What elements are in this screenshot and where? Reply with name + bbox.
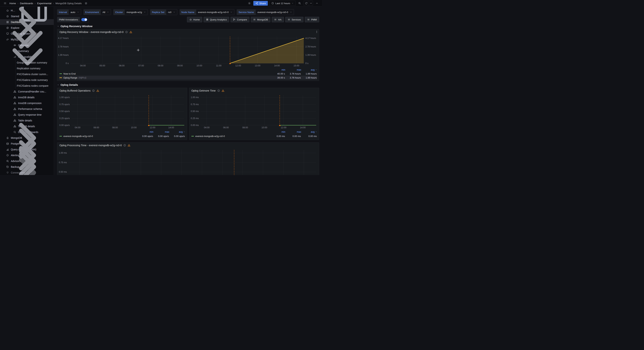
series-name[interactable]: Oplog Range — [64, 76, 77, 79]
quick-link-query-analytics[interactable]: Query Analytics — [204, 17, 229, 22]
legend-sort-min[interactable]: min — [270, 68, 285, 71]
svg-text:05:00: 05:00 — [100, 64, 105, 67]
info-icon[interactable] — [125, 31, 128, 34]
favorite-star-button[interactable] — [84, 1, 88, 6]
svg-text:14:00: 14:00 — [300, 126, 306, 129]
legend-sort-avg[interactable]: avg — [169, 130, 185, 133]
legend-sort-avg[interactable]: avg — [301, 130, 317, 133]
legend-value: 39.00 s — [269, 76, 285, 79]
svg-text:13:00: 13:00 — [255, 64, 260, 67]
quick-link-mongodb[interactable]: MongoDB — [251, 17, 270, 22]
panel-header[interactable]: Oplog Processing Time - everest-mongodb-… — [57, 143, 319, 148]
section-oplog-details[interactable]: Oplog Details — [57, 83, 319, 86]
panel-title[interactable]: Oplog Getmore Time — [191, 89, 216, 92]
sidebar-item-group-replication-summary[interactable]: Group replication summary — [0, 60, 54, 66]
collapse-topbar-button[interactable] — [314, 1, 320, 6]
sidebar-item-pxc-galera-nodes-compare[interactable]: PXC/Galera nodes compare — [0, 83, 54, 89]
warning-icon[interactable] — [128, 144, 130, 147]
legend-value: 3.76 hours — [285, 76, 301, 79]
filter-value-dropdown[interactable]: All — [101, 9, 111, 15]
sidebar-item-performance-schema[interactable]: Performance schema — [0, 106, 54, 112]
refresh-interval-button[interactable] — [309, 1, 313, 6]
toggle-switch[interactable] — [81, 18, 87, 21]
sidebar-item-label: PXC/Galera node summary — [17, 79, 48, 81]
quick-link-home[interactable]: Home — [187, 17, 202, 22]
quick-link-pmm[interactable]: PMM — [305, 17, 319, 22]
legend-sort-max[interactable]: max — [285, 68, 301, 71]
series-name[interactable]: everest-mongodb-w2g-rs0-0 — [64, 135, 93, 137]
filter-value-dropdown[interactable]: auto — [69, 9, 81, 15]
sidebar-item-replication-summary[interactable]: Replication summary — [0, 66, 54, 71]
filter-value-dropdown[interactable]: everest-mongodb-w2g-rs0-0 — [256, 9, 294, 15]
svg-text:09:00: 09:00 — [177, 64, 183, 67]
breadcrumb-item-dashboards[interactable]: Dashboards — [20, 2, 33, 5]
panel-header[interactable]: Oplog Getmore Time — [189, 88, 319, 93]
filter-value-dropdown[interactable]: everest-mongodb-w2g-rs0-0 — [196, 9, 234, 15]
warning-icon[interactable] — [96, 89, 99, 92]
sidebar-item-high-availability[interactable]: High availability — [0, 54, 54, 60]
warning-icon[interactable] — [130, 31, 132, 34]
breadcrumb-item-mongodb-oplog-details: MongoDB Oplog Details — [56, 2, 82, 5]
section-title: Oplog Details — [60, 83, 78, 86]
sidebar-item-label: InnoDB compression — [18, 102, 42, 105]
quick-link-compare[interactable]: Compare — [230, 17, 249, 22]
sidebar-item-pxc-galera-cluster-summ[interactable]: PXC/Galera cluster summ... — [0, 71, 54, 77]
zoom-out-button[interactable] — [297, 1, 302, 6]
time-range-picker[interactable]: Last 12 hours — [269, 1, 296, 6]
svg-text:12:00: 12:00 — [281, 126, 286, 129]
legend-row-everest-mongodb-w2g-rs0-0[interactable]: everest-mongodb-w2g-rs0-00.00 ms0.00 ms0… — [191, 134, 317, 138]
oplog-processing-chart[interactable]: 04:0005:0006:0007:0008:0009:0010:0011:00… — [57, 148, 319, 175]
legend-sort-max[interactable]: max — [285, 130, 301, 133]
sidebar-item-innodb-compression[interactable]: InnoDB compression — [0, 100, 54, 106]
panel-title[interactable]: Oplog Recovery Window - everest-mongodb-… — [60, 31, 124, 34]
sidebar-item-command-handler-cou[interactable]: Command/Handler cou... — [0, 89, 54, 94]
info-icon[interactable] — [92, 89, 95, 92]
legend-value: 0.00 ops/s — [137, 135, 153, 137]
legend-row-everest-mongodb-w2g-rs0-0[interactable]: everest-mongodb-w2g-rs0-00.00 ops/s0.00 … — [59, 134, 185, 138]
legend-row-now-to-end[interactable]: Now to End40.00 s3.76 hours1.89 hours — [59, 72, 317, 76]
legend-value: 0.00 ops/s — [169, 135, 185, 137]
series-name[interactable]: everest-mongodb-w2g-rs0-0 — [195, 135, 225, 137]
panel-header[interactable]: Oplog Recovery Window - everest-mongodb-… — [57, 29, 319, 35]
legend-sort-min[interactable]: min — [138, 130, 154, 133]
share-button[interactable]: Share — [253, 1, 268, 6]
legend-sort-min[interactable]: min — [270, 130, 285, 133]
menu-toggle-button[interactable] — [2, 1, 8, 6]
sidebar-item-pxc-galera-node-summary[interactable]: PXC/Galera node summary — [0, 77, 54, 83]
legend-row-oplog-range[interactable]: Oplog Range(right-y)39.00 s3.76 hours1.8… — [59, 76, 317, 80]
quick-link-services[interactable]: Services — [285, 17, 304, 22]
chart-svg: 04:0006:0008:0010:0012:0014:000.00 ms0.2… — [189, 93, 319, 130]
oplog-getmore-chart[interactable]: 04:0006:0008:0010:0012:0014:000.00 ms0.2… — [189, 93, 319, 130]
oplog-buffered-chart[interactable]: 04:0006:0008:0010:0012:0014:000.00 ops/s… — [57, 93, 187, 130]
dashboard-settings-button[interactable] — [247, 1, 252, 6]
legend-sort-max[interactable]: max — [154, 130, 169, 133]
filter-value: everest-mongodb-w2g-rs0-0 — [258, 11, 288, 14]
breadcrumb-item-experimental[interactable]: Experimental — [37, 2, 52, 5]
panel-title[interactable]: Oplog Processing Time - everest-mongodb-… — [60, 144, 122, 147]
panel-title[interactable]: Oplog Buffered Operations — [60, 89, 90, 92]
legend-sort-avg[interactable]: avg — [301, 68, 317, 71]
warning-icon[interactable] — [222, 89, 224, 92]
apps-icon — [206, 18, 208, 21]
breadcrumb-item-home[interactable]: Home — [10, 2, 16, 5]
sidebar-item-innodb-details[interactable]: InnoDB details — [0, 94, 54, 100]
filter-value-dropdown[interactable]: mongodb-w2g — [125, 9, 148, 15]
svg-text:14:00: 14:00 — [274, 64, 280, 67]
legend-header: minmaxavg — [59, 68, 317, 72]
filter-value-dropdown[interactable]: rs0 — [166, 9, 177, 15]
panel-header[interactable]: Oplog Buffered Operations — [57, 88, 187, 93]
section-oplog-recovery-window[interactable]: Oplog Recovery Window — [57, 25, 319, 28]
filter-label: Service Name — [237, 9, 256, 15]
refresh-button[interactable] — [304, 1, 309, 6]
pmm-annotations-label: PMM Annotations — [57, 17, 80, 22]
series-name[interactable]: Now to End — [64, 72, 76, 75]
info-icon[interactable] — [217, 89, 220, 92]
sidebar-item-connections[interactable]: Connections — [0, 170, 54, 175]
info-icon[interactable] — [123, 144, 126, 147]
svg-text:04:00: 04:00 — [75, 126, 80, 129]
quick-link-ha[interactable]: HA — [272, 17, 284, 22]
panel-menu-icon[interactable] — [315, 30, 318, 33]
oplog-recovery-chart[interactable]: 04:0005:0006:0007:0008:0009:0010:0011:00… — [57, 35, 319, 68]
expand-chevron-right-icon[interactable] — [2, 147, 54, 175]
pmm-annotations-toggle[interactable] — [80, 17, 89, 22]
